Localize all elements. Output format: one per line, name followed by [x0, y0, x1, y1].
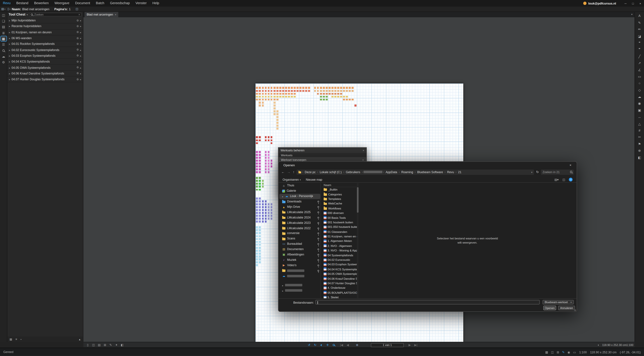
- menu-bewerken[interactable]: Bewerken: [31, 0, 52, 7]
- tool-chest-item[interactable]: ▸Recente hulpmiddelen⚙▸: [7, 24, 83, 30]
- open-group-icon[interactable]: ▸: [80, 19, 81, 22]
- view-options-icon[interactable]: ▤▾: [554, 178, 559, 181]
- ellipse-tool-icon[interactable]: ○: [636, 81, 643, 86]
- gear-icon[interactable]: ⚙: [76, 60, 79, 63]
- file-row[interactable]: 04.03 Ecophon Systeemplafo: [322, 262, 357, 267]
- breadcrumb-item[interactable]: 21: [457, 170, 462, 174]
- breadcrumb[interactable]: ›Deze pc›Lokale schijf (C:)›Gebruikers››…: [296, 169, 534, 175]
- target-icon[interactable]: ⊕: [354, 342, 360, 348]
- nav-item-lmcalculatie-2022[interactable]: LMcalculatie 2022: [279, 226, 320, 231]
- nav-item-downloads[interactable]: Downloads: [279, 199, 320, 204]
- refresh-icon[interactable]: ↻: [536, 170, 539, 174]
- file-row[interactable]: 04.05 OWA Systeemplafond: [322, 272, 357, 276]
- prev-page-icon[interactable]: ◀: [345, 342, 350, 348]
- expand-chevron-icon[interactable]: ▸: [9, 25, 10, 28]
- tool-chest-item[interactable]: ▸04.05 OWA Systeemplafonds⚙▸: [7, 65, 83, 71]
- expand-chevron-icon[interactable]: ▸: [9, 43, 10, 45]
- gear-icon[interactable]: ⚙: [76, 72, 79, 75]
- file-row[interactable]: Templates: [322, 197, 357, 201]
- nav-item-lmcalculatie-2024[interactable]: LMcalculatie 2024: [279, 215, 320, 220]
- flag-tool-icon[interactable]: ⚑: [636, 141, 643, 147]
- clear-search-icon[interactable]: ×: [78, 13, 80, 16]
- tool-chest-item[interactable]: ▸04.04 KCS Systeemplafonds⚙▸: [7, 59, 83, 65]
- properties-icon[interactable]: ⚙: [1, 60, 6, 65]
- nav-item[interactable]: ▸: [279, 288, 320, 293]
- gear-icon[interactable]: ⚙: [76, 66, 79, 69]
- open-group-icon[interactable]: ▸: [80, 72, 81, 75]
- breadcrumb-item[interactable]: Roaming: [400, 170, 414, 174]
- brightness-icon[interactable]: ☀: [15, 337, 18, 341]
- open-group-icon[interactable]: ▸: [80, 43, 81, 45]
- grid-view-icon[interactable]: ▦: [545, 350, 548, 354]
- close-icon[interactable]: ×: [362, 158, 364, 161]
- nav-item-mijn-drive[interactable]: ▲Mijn Drive: [279, 204, 320, 210]
- file-row[interactable]: 001 houtwerk buiten: [322, 220, 357, 225]
- page-indicator[interactable]: 1 van 1: [371, 343, 404, 347]
- nav-item-lmcalculatie-2023[interactable]: LMcalculatie 2023: [279, 220, 320, 226]
- tile-view-icon[interactable]: ⊞: [557, 350, 559, 354]
- close-icon[interactable]: ×: [564, 162, 577, 168]
- tool-chest-item[interactable]: ▸04.01 Rockfon Systeemplafonds⚙▸: [7, 41, 83, 47]
- gear-icon[interactable]: ⚙: [76, 54, 79, 57]
- note-tool-icon[interactable]: ❝: [636, 40, 643, 46]
- stamp-tool-icon[interactable]: ◉: [636, 101, 643, 106]
- expand-chevron-icon[interactable]: ▸: [282, 195, 283, 198]
- length-measure-icon[interactable]: ↔: [636, 114, 643, 120]
- grid-view-icon[interactable]: ⊞: [102, 342, 108, 348]
- area-measure-icon[interactable]: △: [636, 121, 643, 127]
- file-row[interactable]: Workflows: [322, 206, 357, 211]
- side-by-side-icon[interactable]: ▤: [96, 342, 102, 348]
- tab-close-icon[interactable]: ×: [115, 13, 116, 16]
- visibility-icon[interactable]: ◉: [568, 350, 570, 354]
- menu-help[interactable]: Help: [150, 0, 162, 7]
- expand-chevron-icon[interactable]: ▸: [9, 37, 10, 40]
- open-button[interactable]: Openen: [544, 306, 556, 310]
- help-icon[interactable]: ?: [569, 178, 572, 181]
- gear-icon[interactable]: ⚙: [76, 31, 79, 34]
- single-page-icon[interactable]: ▯: [85, 342, 90, 348]
- expand-chevron-icon[interactable]: ▸: [282, 289, 283, 292]
- account-email[interactable]: louk@pdfcursus.nl: [588, 2, 616, 5]
- open-group-icon[interactable]: ▸: [80, 78, 81, 81]
- expand-chevron-icon[interactable]: ▸: [9, 31, 10, 34]
- tab-list-chevron-icon[interactable]: ▾: [631, 12, 632, 17]
- cloud-tool-icon[interactable]: ☁: [636, 94, 643, 100]
- nav-item-muziek[interactable]: ♪Muziek: [279, 257, 320, 263]
- file-row[interactable]: 00 Basis Tools: [322, 215, 357, 220]
- arrow-tool-icon[interactable]: ↗: [636, 61, 643, 66]
- dot-icon[interactable]: •: [20, 338, 22, 341]
- gear-icon[interactable]: ⚙: [76, 78, 79, 81]
- minimize-button[interactable]: ─: [622, 0, 629, 7]
- expand-chevron-icon[interactable]: ▸: [9, 78, 10, 81]
- rotate-cw-icon[interactable]: ↻: [312, 342, 318, 348]
- nav-item-afbeeldingen[interactable]: ▣Afbeeldingen: [279, 252, 320, 257]
- next-page-icon[interactable]: ▶: [407, 342, 412, 348]
- nav-item[interactable]: ☁: [279, 273, 320, 279]
- nav-item[interactable]: [279, 268, 320, 273]
- menu-bestand[interactable]: Bestand: [13, 0, 31, 7]
- file-row[interactable]: _Builtin: [322, 187, 357, 192]
- open-group-icon[interactable]: ▸: [80, 25, 81, 28]
- frame-icon[interactable]: ▭: [573, 350, 576, 354]
- polygon-tool-icon[interactable]: ◇: [636, 87, 643, 93]
- split-view-icon[interactable]: ◧: [120, 342, 125, 348]
- nav-item-bureaublad[interactable]: ▭Bureaublad: [279, 241, 320, 247]
- file-row[interactable]: 3. NVO - Woning & Apparte: [322, 248, 357, 253]
- file-row[interactable]: 001-050 houtwerk buiten: [322, 225, 357, 229]
- nav-item-galerie[interactable]: Galerie: [279, 188, 320, 194]
- file-row[interactable]: 4. Onderbouw: [322, 286, 357, 290]
- menu-document[interactable]: Document: [72, 0, 93, 7]
- document-tab[interactable]: Blad met arceringen ×: [85, 12, 118, 17]
- expand-chevron-icon[interactable]: ▸: [9, 48, 10, 51]
- gear-icon[interactable]: ⚙: [76, 48, 79, 52]
- contrast-icon[interactable]: ◐: [596, 342, 601, 348]
- image-tool-icon[interactable]: ▣: [636, 108, 643, 113]
- tool-chest-item[interactable]: ▸04.07 Hunter Douglas Systeemplafonds⚙▸: [7, 76, 83, 82]
- menu-gereedschap[interactable]: Gereedschap: [107, 0, 133, 7]
- copy-page-icon[interactable]: ◫: [76, 7, 78, 11]
- panel-resize-icon[interactable]: ▲: [78, 338, 81, 340]
- highlighter-tool-icon[interactable]: ✏: [636, 27, 643, 32]
- open-group-icon[interactable]: ▸: [80, 31, 81, 34]
- line-tool-icon[interactable]: ╱: [636, 54, 643, 59]
- open-group-icon[interactable]: ▸: [80, 37, 81, 40]
